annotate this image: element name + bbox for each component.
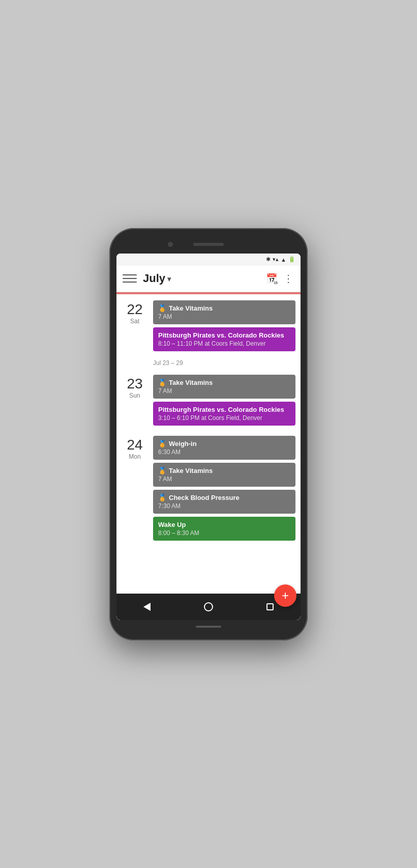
- event-take-vitamins-23[interactable]: 🏅 Take Vitamins 7 AM: [153, 375, 295, 399]
- event-title-pirates-23: Pittsburgh Pirates vs. Colorado Rockies: [158, 406, 290, 413]
- event-time-check-bp-24: 7:30 AM: [158, 502, 290, 510]
- calendar-badge: 19: [274, 281, 278, 285]
- more-options-icon[interactable]: ⋮: [283, 272, 294, 285]
- bluetooth-icon: ✱: [266, 256, 271, 263]
- event-pirates-23[interactable]: Pittsburgh Pirates vs. Colorado Rockies …: [153, 402, 295, 426]
- event-title-wake-up-24: Wake Up: [158, 521, 290, 528]
- event-take-vitamins-24[interactable]: 🏅 Take Vitamins 7 AM: [153, 463, 295, 487]
- event-time-weigh-in-24: 6:30 AM: [158, 449, 290, 456]
- dropdown-arrow: ▾: [167, 275, 171, 283]
- event-time-wake-up-24: 8:00 – 8:30 AM: [158, 529, 290, 537]
- home-icon: [204, 602, 213, 611]
- day-label-24: 24 Mon: [122, 436, 148, 541]
- day-name-23: Sun: [122, 392, 148, 399]
- nav-title[interactable]: July ▾: [143, 272, 266, 285]
- event-time-take-vitamins-22: 7 AM: [158, 313, 290, 320]
- event-title-take-vitamins-22: 🏅 Take Vitamins: [158, 304, 290, 312]
- event-take-vitamins-22[interactable]: 🏅 Take Vitamins 7 AM: [153, 300, 295, 324]
- nav-actions: 📅 19 ⋮: [266, 272, 294, 285]
- week-divider: Jul 23 – 29: [116, 355, 301, 369]
- phone-screen: ✱ ▾▴ ▲ 🔋 July ▾ 📅 19 ⋮: [116, 254, 301, 620]
- day-number-24: 24: [122, 438, 148, 452]
- event-wake-up-24[interactable]: Wake Up 8:00 – 8:30 AM: [153, 517, 295, 541]
- back-icon: [143, 603, 151, 611]
- fab-button[interactable]: +: [274, 584, 296, 607]
- vitamins-icon-24: 🏅: [158, 467, 166, 474]
- stop-icon: [266, 603, 274, 610]
- day-section-24: 24 Mon 🏅 Weigh-in 6:30 AM 🏅 Ta: [116, 430, 301, 545]
- day-events-24: 🏅 Weigh-in 6:30 AM 🏅 Take Vitamins 7 AM: [153, 436, 295, 541]
- event-time-pirates-23: 3:10 – 6:10 PM at Coors Field, Denver: [158, 414, 290, 422]
- event-time-pirates-22: 8:10 – 11:10 PM at Coors Field, Denver: [158, 340, 290, 347]
- event-time-take-vitamins-23: 7 AM: [158, 387, 290, 395]
- vitamins-icon-23: 🏅: [158, 379, 166, 386]
- home-indicator: [196, 626, 221, 628]
- home-button[interactable]: [200, 598, 217, 615]
- event-weigh-in-24[interactable]: 🏅 Weigh-in 6:30 AM: [153, 436, 295, 460]
- event-title-take-vitamins-24: 🏅 Take Vitamins: [158, 467, 290, 474]
- event-title-check-bp-24: 🏅 Check Blood Pressure: [158, 494, 290, 501]
- phone-top-bar: [116, 237, 301, 251]
- day-section-23: 23 Sun 🏅 Take Vitamins 7 AM Pittsburgh P…: [116, 369, 301, 430]
- event-pirates-22[interactable]: Pittsburgh Pirates vs. Colorado Rockies …: [153, 327, 295, 351]
- weigh-icon-24: 🏅: [158, 440, 166, 447]
- day-label-22: 22 Sat: [122, 300, 148, 351]
- day-name-22: Sat: [122, 318, 148, 325]
- bottom-nav: [116, 594, 301, 620]
- day-number-23: 23: [122, 377, 148, 391]
- nav-bar: July ▾ 📅 19 ⋮: [116, 266, 301, 292]
- day-events-23: 🏅 Take Vitamins 7 AM Pittsburgh Pirates …: [153, 375, 295, 426]
- month-title: July: [143, 272, 165, 285]
- event-title-weigh-in-24: 🏅 Weigh-in: [158, 440, 290, 447]
- status-bar: ✱ ▾▴ ▲ 🔋: [116, 254, 301, 266]
- event-time-take-vitamins-24: 7 AM: [158, 475, 290, 483]
- day-name-24: Mon: [122, 453, 148, 460]
- wifi-icon: ▾▴: [273, 256, 279, 263]
- phone-frame: ✱ ▾▴ ▲ 🔋 July ▾ 📅 19 ⋮: [109, 228, 308, 640]
- day-number-22: 22: [122, 302, 148, 317]
- bp-icon-24: 🏅: [158, 494, 166, 501]
- calendar-icon[interactable]: 📅 19: [266, 273, 277, 284]
- day-label-23: 23 Sun: [122, 375, 148, 426]
- day-section-22: 22 Sat 🏅 Take Vitamins 7 AM Pittsburgh P…: [116, 294, 301, 355]
- phone-bottom-bar: [116, 622, 301, 631]
- camera-dot: [168, 242, 173, 247]
- vitamins-icon-22: 🏅: [158, 304, 166, 312]
- battery-icon: 🔋: [288, 256, 295, 263]
- event-title-take-vitamins-23: 🏅 Take Vitamins: [158, 379, 290, 386]
- menu-icon[interactable]: [123, 274, 137, 283]
- event-check-bp-24[interactable]: 🏅 Check Blood Pressure 7:30 AM: [153, 490, 295, 514]
- speaker-bar: [193, 243, 224, 246]
- signal-icon: ▲: [281, 257, 286, 263]
- calendar-content[interactable]: 22 Sat 🏅 Take Vitamins 7 AM Pittsburgh P…: [116, 294, 301, 594]
- day-events-22: 🏅 Take Vitamins 7 AM Pittsburgh Pirates …: [153, 300, 295, 351]
- event-title-pirates-22: Pittsburgh Pirates vs. Colorado Rockies: [158, 331, 290, 339]
- back-button[interactable]: [139, 599, 155, 615]
